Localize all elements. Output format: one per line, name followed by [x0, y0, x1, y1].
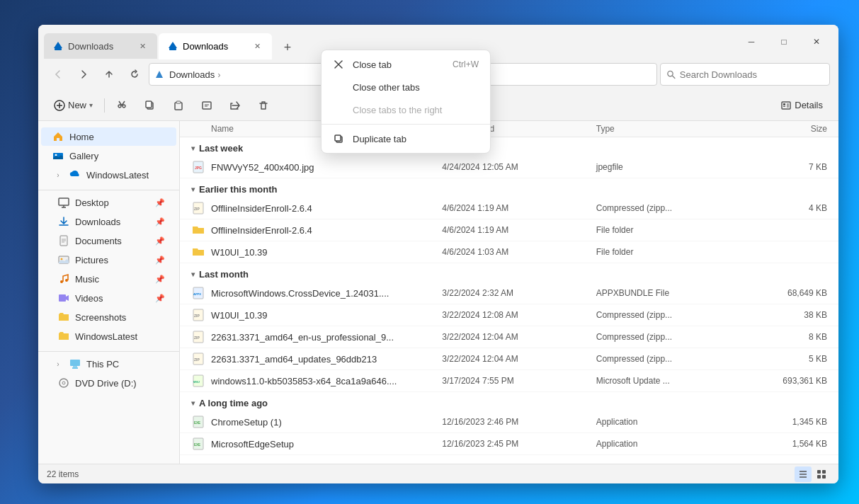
- address-path: Downloads ›: [169, 69, 221, 80]
- share-button[interactable]: [222, 94, 248, 117]
- svg-rect-64: [817, 475, 821, 479]
- close-button[interactable]: ✕: [800, 30, 833, 53]
- svg-rect-65: [822, 475, 826, 479]
- menu-item-close-tab[interactable]: Close tab Ctrl+W: [322, 53, 490, 76]
- file-date: 3/22/2024 12:04 AM: [442, 354, 596, 364]
- file-name: 22631.3371_amd64_en-us_professional_9...: [211, 332, 442, 343]
- file-row[interactable]: ZIP OfflineInsiderEnroll-2.6.4 4/6/2024 …: [180, 197, 838, 219]
- this-pc-expand-icon[interactable]: ›: [52, 358, 64, 370]
- copy-button[interactable]: [137, 94, 163, 117]
- sidebar-item-documents[interactable]: Documents 📌: [41, 231, 176, 250]
- sidebar-item-windows-latest2[interactable]: WindowsLatest: [41, 327, 176, 345]
- expand-icon[interactable]: ›: [52, 169, 64, 181]
- svg-rect-36: [73, 366, 77, 367]
- menu-label-close-tab: Close tab: [353, 59, 392, 70]
- col-header-size[interactable]: Size: [750, 124, 827, 134]
- details-label: Details: [795, 100, 823, 110]
- group-chevron: ▾: [191, 144, 195, 152]
- file-type: Compressed (zipp...: [596, 354, 751, 364]
- svg-rect-22: [59, 198, 69, 205]
- tab-2-close[interactable]: ✕: [251, 40, 263, 52]
- sidebar-item-pictures[interactable]: Pictures 📌: [41, 251, 176, 269]
- tab-1-close[interactable]: ✕: [136, 40, 149, 52]
- file-row[interactable]: MSU windows11.0-kb5035853-x64_8ca1a9a646…: [180, 370, 838, 392]
- pin-icon-4: 📌: [155, 256, 165, 265]
- forward-button[interactable]: [72, 63, 95, 86]
- file-row[interactable]: APPX MicrosoftWindows.CrossDevice_1.2403…: [180, 282, 838, 304]
- sidebar-item-music[interactable]: Music 📌: [41, 270, 176, 288]
- file-type: APPXBUNDLE File: [596, 288, 751, 298]
- sidebar-item-screenshots[interactable]: Screenshots: [41, 308, 176, 326]
- group-last-month[interactable]: ▾ Last month: [180, 263, 838, 282]
- sidebar-label-windows-latest: WindowsLatest: [86, 170, 149, 181]
- new-tab-button[interactable]: +: [276, 36, 299, 59]
- file-date: 3/22/2024 2:32 AM: [442, 288, 596, 298]
- file-row[interactable]: ZIP 22631.3371_amd64_en-us_professional_…: [180, 326, 838, 348]
- svg-text:EXE: EXE: [194, 443, 200, 447]
- file-row[interactable]: JPG FNWVyY52_400x400.jpg 4/24/2024 12:05…: [180, 156, 838, 178]
- col-header-type[interactable]: Type: [596, 124, 751, 134]
- menu-label-close-others: Close other tabs: [353, 82, 420, 93]
- file-list: Name Date modified Type Size ▾ Last week…: [180, 121, 838, 464]
- group-long-time-ago[interactable]: ▾ A long time ago: [180, 392, 838, 411]
- file-icon-jpg: JPG: [191, 160, 205, 174]
- file-row[interactable]: W10UI_10.39 4/6/2024 1:03 AM File folder: [180, 241, 838, 263]
- paste-icon: [173, 100, 184, 111]
- maximize-button[interactable]: □: [768, 30, 800, 53]
- refresh-button[interactable]: [123, 63, 146, 86]
- cut-button[interactable]: [109, 94, 135, 117]
- sidebar-item-gallery[interactable]: Gallery: [41, 147, 176, 165]
- sidebar-item-dvd[interactable]: DVD Drive (D:): [41, 374, 176, 392]
- group-last-week[interactable]: ▾ Last week: [180, 137, 838, 156]
- search-box[interactable]: [660, 63, 830, 86]
- group-earlier-this-month[interactable]: ▾ Earlier this month: [180, 178, 838, 197]
- sidebar-item-downloads[interactable]: Downloads 📌: [41, 212, 176, 231]
- sidebar-item-desktop[interactable]: Desktop 📌: [41, 193, 176, 212]
- details-button[interactable]: Details: [773, 94, 830, 117]
- paste-button[interactable]: [166, 94, 191, 117]
- svg-text:ZIP: ZIP: [194, 314, 200, 318]
- file-row[interactable]: ZIP 22631.3371_amd64_updates_96ddb213 3/…: [180, 348, 838, 370]
- minimize-button[interactable]: ─: [735, 30, 768, 53]
- menu-item-close-other-tabs[interactable]: Close other tabs: [322, 76, 490, 98]
- file-date: 4/6/2024 1:19 AM: [442, 203, 596, 213]
- pin-icon-3: 📌: [155, 236, 165, 246]
- sidebar-label-windows-latest2: WindowsLatest: [75, 331, 137, 342]
- file-date: 3/22/2024 12:04 AM: [442, 332, 596, 342]
- sidebar-item-windows-latest[interactable]: › WindowsLatest: [41, 166, 176, 184]
- sidebar-item-this-pc[interactable]: › This PC: [41, 355, 176, 373]
- documents-icon: [58, 235, 69, 246]
- svg-point-38: [59, 379, 68, 387]
- file-size: 1,564 KB: [750, 439, 827, 449]
- file-date: 12/16/2023 2:45 PM: [442, 439, 596, 449]
- file-size: 7 KB: [750, 162, 827, 172]
- file-icon-zip-4: ZIP: [191, 352, 205, 366]
- sidebar-label-dvd: DVD Drive (D:): [75, 378, 137, 389]
- videos-icon: [58, 292, 69, 304]
- file-row[interactable]: ZIP W10UI_10.39 3/22/2024 12:08 AM Compr…: [180, 304, 838, 326]
- svg-point-39: [62, 382, 65, 384]
- file-size: 4 KB: [750, 203, 827, 213]
- svg-text:JPG: JPG: [195, 166, 202, 170]
- tab-1[interactable]: Downloads ✕: [44, 33, 157, 59]
- main-content: Home Gallery › WindowsLatest: [38, 121, 838, 464]
- file-row[interactable]: EXE ChromeSetup (1) 12/16/2023 2:46 PM A…: [180, 411, 838, 433]
- sidebar-item-videos[interactable]: Videos 📌: [41, 289, 176, 307]
- group-label-last-month: Last month: [199, 269, 249, 280]
- back-button[interactable]: [47, 63, 69, 86]
- details-icon: [780, 100, 792, 111]
- svg-rect-0: [55, 48, 62, 50]
- tiles-view-button[interactable]: [813, 466, 830, 482]
- file-row[interactable]: OfflineInsiderEnroll-2.6.4 4/6/2024 1:19…: [180, 219, 838, 241]
- search-input[interactable]: [680, 69, 824, 80]
- up-button[interactable]: [98, 63, 120, 86]
- menu-item-duplicate-tab[interactable]: Duplicate tab: [322, 127, 490, 150]
- sidebar-item-home[interactable]: Home: [41, 127, 176, 146]
- rename-button[interactable]: [194, 94, 220, 117]
- list-view-button[interactable]: [795, 466, 812, 482]
- delete-button[interactable]: [251, 94, 276, 117]
- tab-2[interactable]: Downloads ✕: [159, 33, 272, 59]
- sep-1: [104, 98, 105, 113]
- new-button[interactable]: New ▾: [47, 94, 100, 117]
- file-row[interactable]: EXE MicrosoftEdgeSetup 12/16/2023 2:45 P…: [180, 433, 838, 455]
